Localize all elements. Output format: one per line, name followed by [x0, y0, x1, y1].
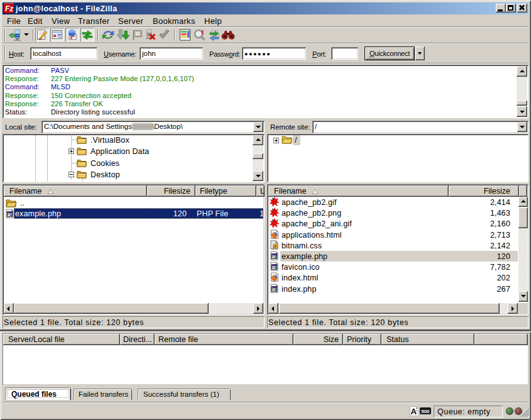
- svg-text:Fz: Fz: [5, 4, 13, 13]
- svg-text:500: 500: [421, 409, 430, 414]
- svg-text:A: A: [411, 407, 417, 416]
